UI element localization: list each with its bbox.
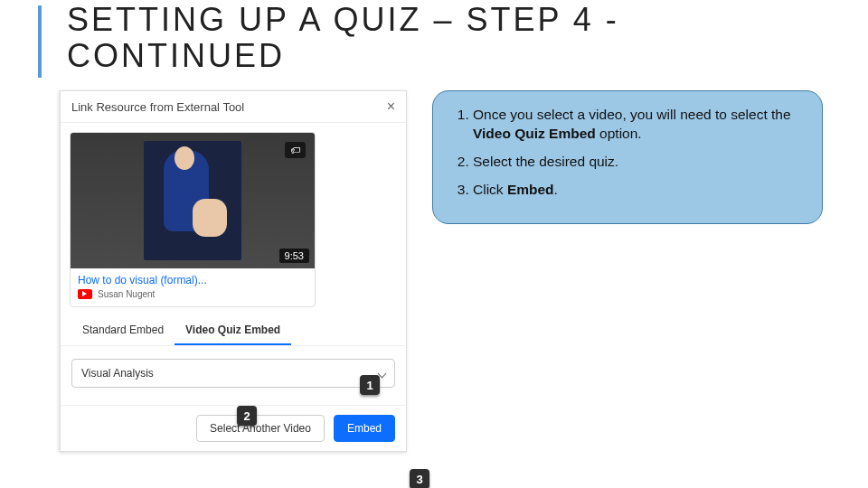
thumbnail-art <box>144 141 241 260</box>
modal-footer: Select Another Video Embed <box>61 405 406 451</box>
instruction-3-post: . <box>554 182 558 197</box>
instruction-item-2: Select the desired quiz. <box>473 153 806 172</box>
tab-standard-embed[interactable]: Standard Embed <box>71 316 175 345</box>
tag-icon: 🏷 <box>285 142 306 158</box>
video-channel: Susan Nugent <box>98 289 155 299</box>
modal-header: Link Resource from External Tool × <box>61 91 406 123</box>
quiz-select-value: Visual Analysis <box>81 367 154 380</box>
callout-badge-2: 2 <box>237 406 257 426</box>
select-another-video-button[interactable]: Select Another Video <box>196 415 325 442</box>
callout-badge-3: 3 <box>410 469 429 488</box>
video-card[interactable]: 🏷 9:53 How to do visual (formal)... Susa… <box>70 132 316 307</box>
instruction-panel: Once you select a video, you will need t… <box>432 90 823 224</box>
callout-badge-1: 1 <box>360 375 380 395</box>
title-line-1: SETTING UP A QUIZ – STEP 4 - <box>67 1 619 38</box>
instruction-list: Once you select a video, you will need t… <box>449 106 806 200</box>
youtube-icon <box>78 289 92 299</box>
instruction-3-pre: Click <box>473 182 507 197</box>
instruction-1-post: option. <box>596 126 642 141</box>
video-duration: 9:53 <box>279 249 309 263</box>
instruction-item-3: Click Embed. <box>473 181 806 200</box>
instruction-1-bold: Video Quiz Embed <box>473 126 596 141</box>
video-thumbnail: 🏷 9:53 <box>71 133 315 268</box>
external-tool-modal: Link Resource from External Tool × 🏷 9:5… <box>60 90 407 452</box>
title-line-2: CONTINUED <box>67 37 285 74</box>
embed-tabs: Standard Embed Video Quiz Embed <box>61 316 406 346</box>
modal-title: Link Resource from External Tool <box>71 100 244 114</box>
video-meta: How to do visual (formal)... Susan Nugen… <box>71 268 315 306</box>
quiz-select[interactable]: Visual Analysis <box>71 359 395 388</box>
instruction-3-bold: Embed <box>507 182 554 197</box>
video-title-link[interactable]: How to do visual (formal)... <box>78 274 307 286</box>
tab-video-quiz-embed[interactable]: Video Quiz Embed <box>175 316 291 345</box>
instruction-1-pre: Once you select a video, you will need t… <box>473 107 791 122</box>
quiz-select-row: Visual Analysis <box>61 346 406 388</box>
instruction-item-1: Once you select a video, you will need t… <box>473 106 806 144</box>
accent-bar <box>38 5 42 78</box>
close-icon[interactable]: × <box>387 99 395 115</box>
slide-title: SETTING UP A QUIZ – STEP 4 - CONTINUED <box>67 2 619 73</box>
embed-button[interactable]: Embed <box>334 415 395 442</box>
